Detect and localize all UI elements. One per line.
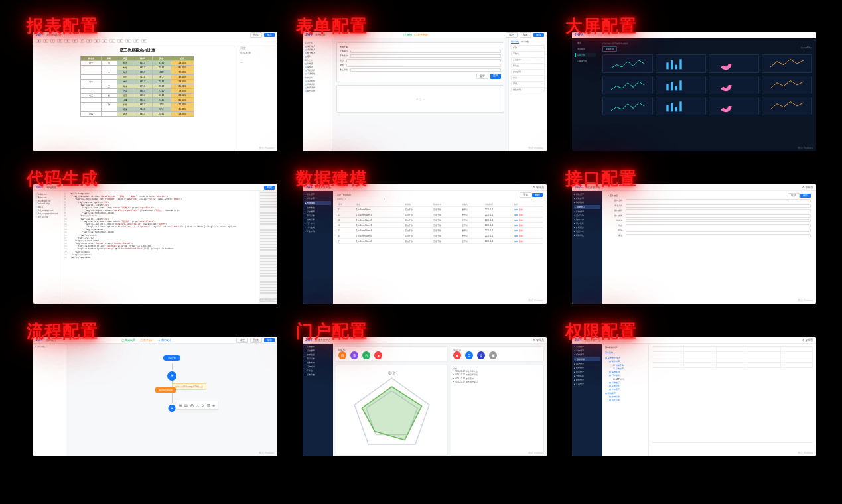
code-editor[interactable]: 1"tag"><template> 2 "tag"><a-modal :titl… [62, 191, 259, 304]
radar-chart-icon: 渠道 [338, 367, 445, 453]
perm-title: 菜单权限设置 [605, 346, 646, 350]
add-node[interactable]: + [169, 405, 176, 412]
shortcut-icons[interactable]: 提审办■ [338, 351, 445, 359]
label-flow: 流程配置 [27, 320, 98, 343]
label-datamodel: 数据建模 [296, 167, 368, 190]
svg-rect-5 [666, 84, 668, 90]
section-title: 基本信息 [610, 194, 618, 197]
label-perm: 权限配置 [565, 320, 637, 343]
svg-marker-17 [362, 387, 421, 440]
search-input[interactable] [345, 198, 385, 200]
warn-popup: 该节点内部可示未配置审批人员 [172, 383, 206, 390]
svg-rect-6 [671, 82, 673, 90]
svg-rect-0 [666, 62, 668, 69]
svg-rect-3 [679, 59, 681, 69]
flow-palette[interactable]: ⊞▤品△⟳☑⊕ [176, 401, 218, 410]
notice-list[interactable]: • 2021-10-12 系统升级公告• 2021-10-12 功能更新说明• … [453, 370, 541, 384]
svg-rect-7 [675, 86, 677, 91]
screenshot-form: JNPF表单设计◯ 撤销◯ 表单构建清空预览保存 基础控件单行输入多行输入数字输… [303, 32, 547, 151]
screenshot-datamodel: JNPF快速开发平台⚙ 管理员 系统管理系统配置数据建模数据连接权限管理流程引擎… [303, 184, 547, 304]
svg-rect-8 [679, 80, 681, 90]
task-node[interactable]: 指定Submission [155, 387, 176, 393]
svg-rect-1 [671, 60, 673, 69]
svg-text:渠道: 渠道 [388, 371, 396, 375]
canvas-title: 查询字典 [340, 46, 501, 48]
screenshot-perm: JNPF快速开发平台⚙ 管理员 ▸ 系统管理▸ 单据管理▸ 权限管理▸ 模版权限… [572, 337, 816, 456]
props-panel[interactable]: 组件属性表单属性标题字段名占位提示默认值是否必填只读宽度校验规则 [508, 38, 547, 151]
watermark: 激活 Windows [259, 147, 274, 149]
component-palette[interactable]: 基础控件单行输入多行输入数字输入密码高级控件计数器编辑器下拉选择单选框组数据组件… [303, 38, 332, 151]
bs-sidebar[interactable]: 首页大屏模板我的分组+ 新建分组 [572, 38, 598, 150]
gateway[interactable]: + [167, 371, 176, 381]
nav-sidebar[interactable]: 系统管理系统配置数据建模数据连接权限管理流程引擎报表引擎门户设计代码生成开发示例 [303, 191, 333, 304]
label-report: 报表配置 [27, 15, 98, 38]
save-button[interactable]: 保存 [264, 33, 275, 37]
toolbar[interactable]: ABIUS≡≡≡⊞⊟⤢％fx↺↻ [33, 38, 277, 44]
screenshot-code: JNPF代码预览关闭 📄 index.vue📄 Form.vue📄 editMo… [33, 184, 277, 304]
minimap[interactable] [260, 192, 277, 303]
new-bigscreen[interactable]: 新建大屏 [602, 46, 617, 52]
flow-canvas[interactable]: 流程开始 + 该节点内部可示未配置审批人员 指定Submission + ⊞▤品… [66, 344, 277, 456]
svg-rect-10 [666, 105, 668, 111]
nav-sidebar[interactable]: ▸ 系统管理▸ 权限管理▸ 数据建模▸ 流程引擎▸ 报表大屏▸ 门户设计▸ 工作… [303, 344, 333, 456]
label-portal: 门户配置 [296, 320, 368, 343]
label-bigscreen: 大屏配置 [565, 15, 637, 38]
nav-sidebar[interactable]: ▸ 系统管理▸ 系统配置▸ 数据建模▸ 数据接口▸ 权限管理▸ 流程引擎▸ 报表… [572, 191, 602, 304]
breadcrumb: 系统 › 数据建模 [337, 194, 351, 196]
start-node[interactable]: 流程开始 [163, 355, 180, 361]
report-title: 员工信息薪水占比表 [42, 48, 232, 54]
data-table[interactable]: 序号表名表说明数据类型创建人创建时间操作11_columnName基础字段普通字… [337, 202, 543, 244]
svg-point-9 [721, 80, 730, 89]
screenshot-report: JNPF快速·报表设计预览保存 ABIUS≡≡≡⊞⊟⤢％fx↺↻ 员工信息薪水占… [33, 32, 277, 151]
nav-sidebar[interactable]: ▸ 系统管理▸ 单据管理▸ 权限管理▸ 模版权限▸ 用户管理▸ 角色管理▸ 岗位… [572, 344, 602, 456]
bs-template-grid[interactable] [602, 54, 812, 115]
screenshot-portal: JNPF快速开发平台⚙ 管理员 ▸ 系统管理▸ 权限管理▸ 数据建模▸ 流程引擎… [303, 337, 547, 456]
label-form: 表单配置 [296, 15, 368, 38]
perm-config-grid[interactable] [652, 346, 813, 443]
svg-rect-12 [675, 107, 677, 112]
screenshot-api: JNPF快速开发平台⚙ 管理员 ▸ 系统管理▸ 系统配置▸ 数据建模▸ 数据接口… [572, 184, 816, 304]
label-code: 代码生成 [27, 167, 98, 190]
perm-tree[interactable]: 菜单权限设置 菜单权限 ▣ 系统管理 全选▣ 系统设置☑ 数据字典☑ 系统配置▣… [602, 344, 649, 456]
svg-rect-13 [679, 101, 681, 111]
app-icons[interactable]: ■☰⚙▣ [453, 351, 541, 359]
svg-rect-2 [675, 65, 677, 70]
file-tree[interactable]: 📄 index.vue📄 Form.vue📄 editModal.vue📄 co… [33, 191, 62, 304]
label-api: 接口配置 [565, 167, 637, 190]
report-side: 属性数据来源—— [238, 44, 277, 151]
svg-rect-11 [671, 103, 673, 111]
svg-point-14 [721, 101, 730, 110]
screenshot-flow: JNPF流程设计◯ 基础设置◯ 表单设计● 流程设计清空预览保存 ● 流程属性 … [33, 337, 277, 456]
preview-button[interactable]: 预览 [250, 32, 262, 38]
svg-point-4 [721, 59, 730, 68]
perm-tab[interactable]: 菜单权限 [605, 351, 613, 355]
screenshot-bigscreen: JNPF智慧可视化大屏 首页大屏模板我的分组+ 新建分组 我的分组内容可视化大屏… [572, 32, 816, 151]
report-table[interactable]: 姓名出等级类型基本1奖金占比周一周经理867.383.6023.60%销售687… [80, 56, 194, 117]
canvas[interactable]: 查询字典 字典编码字典名称状态描述备注说明 重置查询 ⊕ ◻ ○ [332, 38, 508, 151]
